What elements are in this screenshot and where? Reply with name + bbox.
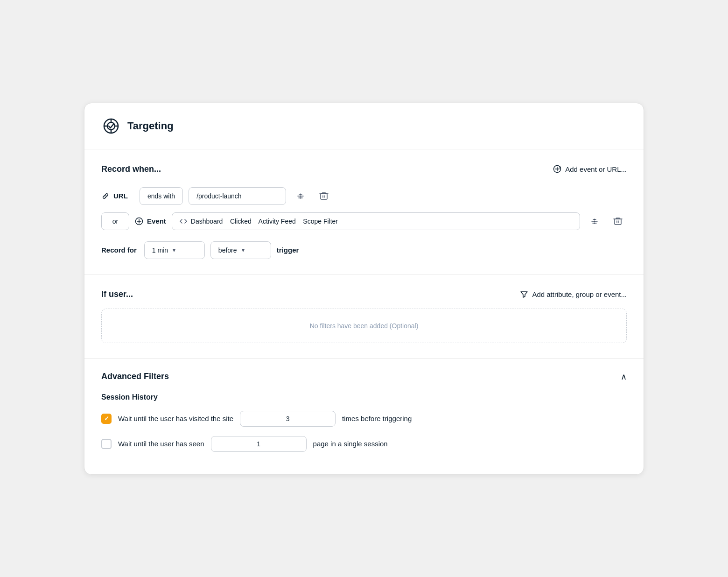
duration-chevron-icon: ▾ [173, 247, 175, 253]
row1-suffix: times before triggering [342, 415, 412, 422]
link-icon [101, 192, 110, 200]
event-label: Event [135, 217, 166, 225]
checkbox-row2[interactable] [101, 439, 112, 449]
targeting-card: Targeting Record when... Add event or UR… [84, 103, 644, 475]
session-history-row-2: Wait until the user has seen page in a s… [101, 436, 627, 452]
row1-prefix: Wait until the user has visited the site [118, 415, 233, 422]
session-history-row-1: ✓ Wait until the user has visited the si… [101, 411, 627, 427]
row2-suffix: page in a single session [313, 440, 388, 448]
if-user-title: If user... [101, 289, 133, 299]
checkmark-icon: ✓ [104, 415, 109, 422]
visit-count-input[interactable] [240, 411, 336, 427]
record-when-header: Record when... Add event or URL... [101, 164, 627, 174]
if-user-header: If user... Add attribute, group or event… [101, 289, 627, 299]
advanced-filters-header: Advanced Filters ∧ [101, 372, 627, 382]
advanced-filters-section: Advanced Filters ∧ Session History ✓ Wai… [84, 359, 644, 474]
svg-rect-28 [615, 219, 621, 225]
row2-prefix: Wait until the user has seen [118, 440, 204, 448]
target-icon [101, 116, 121, 136]
url-condition-button[interactable]: ends with [140, 187, 183, 205]
event-value-display[interactable]: Dashboard – Clicked – Activity Feed – Sc… [172, 212, 580, 230]
duration-select[interactable]: 1 min ▾ [144, 241, 205, 259]
add-attribute-link[interactable]: Add attribute, group or event... [520, 290, 627, 298]
if-user-section: If user... Add attribute, group or event… [84, 274, 644, 359]
add-event-url-link[interactable]: Add event or URL... [553, 165, 627, 173]
empty-filters-placeholder: No filters have been added (Optional) [101, 309, 627, 343]
collapse-icon[interactable]: ∧ [621, 372, 627, 382]
url-value-input[interactable] [189, 187, 286, 205]
timing-select[interactable]: before ▾ [210, 241, 271, 259]
url-settings-icon[interactable] [292, 187, 309, 205]
page-title: Targeting [127, 120, 174, 132]
card-header: Targeting [84, 103, 644, 149]
record-for-row: Record for 1 min ▾ before ▾ trigger [101, 241, 627, 259]
filter-icon [520, 290, 528, 298]
timing-chevron-icon: ▾ [242, 247, 245, 253]
record-when-section: Record when... Add event or URL... URL [84, 149, 644, 274]
url-condition-row: URL ends with [101, 187, 627, 205]
event-delete-icon[interactable] [609, 212, 627, 230]
url-delete-icon[interactable] [315, 187, 333, 205]
add-event-icon [553, 165, 561, 173]
url-label: URL [101, 192, 134, 200]
session-history-title: Session History [101, 393, 627, 401]
record-for-label: Record for [101, 246, 137, 254]
advanced-filters-title: Advanced Filters [101, 372, 169, 381]
page-count-input[interactable] [211, 436, 307, 452]
event-settings-icon[interactable] [586, 212, 603, 230]
event-condition-row: or Event Dashboard – Clicked – Activity … [101, 212, 627, 230]
trigger-label: trigger [277, 246, 299, 254]
svg-rect-15 [321, 194, 327, 199]
or-badge: or [101, 212, 129, 230]
record-when-title: Record when... [101, 164, 161, 174]
checkbox-row1[interactable]: ✓ [101, 414, 112, 424]
code-icon [180, 218, 187, 225]
event-icon [135, 217, 143, 225]
